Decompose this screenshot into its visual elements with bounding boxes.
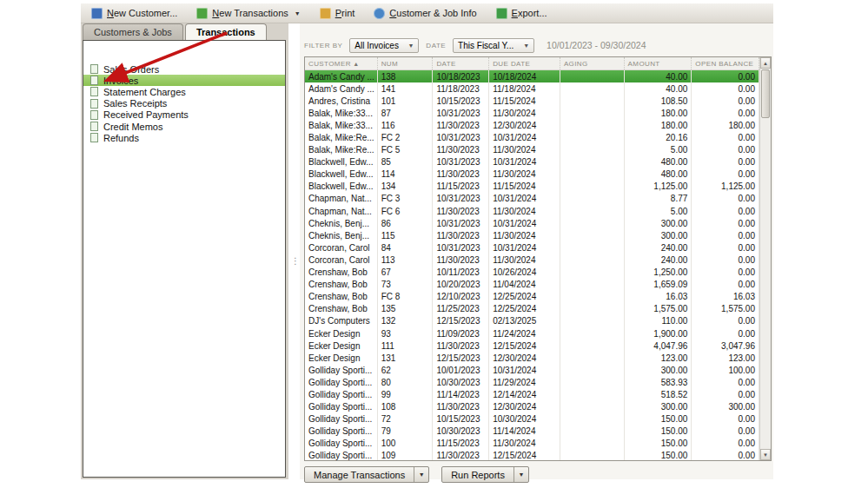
cell-due_date: 11/15/2024 [489, 95, 560, 107]
table-row[interactable]: Cheknis, Benj...11511/30/202311/30/20243… [305, 229, 759, 241]
table-row[interactable]: Blackwell, Edw...11411/30/202311/30/2024… [305, 168, 759, 181]
manage-transactions-button[interactable]: Manage Transactions▼ [304, 466, 429, 483]
new-customer-button[interactable]: New Customer... [86, 6, 182, 21]
table-row[interactable]: Golliday Sporti...10911/30/202312/15/202… [305, 450, 759, 460]
table-row[interactable]: Balak, Mike:33...8710/31/202311/30/20241… [305, 107, 759, 119]
cell-open_balance: 1,575.00 [692, 303, 759, 315]
sidebar-item-sales-receipts[interactable]: Sales Receipts [83, 98, 285, 109]
table-row[interactable]: Chapman, Nat...FC 310/31/202310/31/20248… [305, 193, 759, 205]
cell-open_balance: 0.00 [692, 156, 759, 168]
cell-amount: 150.00 [625, 450, 692, 460]
cell-date: 11/09/2023 [433, 327, 489, 340]
table-row[interactable]: Ecker Design13112/15/202312/30/2024123.0… [305, 352, 759, 364]
cell-aging [560, 107, 625, 119]
table-row[interactable]: Andres, Cristina10110/15/202311/15/20241… [305, 95, 759, 107]
cell-due_date: 11/15/2024 [489, 181, 560, 193]
cell-date: 10/30/2023 [433, 425, 489, 438]
cell-date: 11/30/2023 [433, 229, 489, 241]
table-row[interactable]: Cheknis, Benj...8610/31/202310/31/202430… [305, 217, 759, 229]
cell-customer: Blackwell, Edw... [305, 168, 378, 181]
scroll-up-button[interactable]: ▲ [760, 57, 771, 69]
column-header-date[interactable]: DATE [433, 57, 489, 69]
table-row[interactable]: DJ's Computers13212/15/202302/13/2025110… [305, 315, 759, 327]
table-row[interactable]: Crenshaw, Bob7310/20/202311/04/20241,659… [305, 279, 759, 291]
new-customer-icon [91, 8, 103, 19]
splitter-grip-icon[interactable]: ⋮ [291, 256, 300, 266]
vertical-scrollbar[interactable]: ▲ ▼ [759, 57, 771, 460]
table-row[interactable]: Golliday Sporti...9911/14/202312/14/2024… [305, 388, 759, 400]
table-row[interactable]: Crenshaw, BobFC 812/10/202312/25/202416.… [305, 291, 759, 303]
table-row[interactable]: Chapman, Nat...FC 611/30/202311/30/20245… [305, 205, 759, 217]
column-header-aging[interactable]: AGING [560, 57, 625, 69]
cell-date: 11/15/2023 [433, 438, 489, 450]
cell-due_date: 11/30/2024 [489, 205, 560, 217]
table-row[interactable]: Golliday Sporti...8010/30/202311/29/2024… [305, 376, 759, 388]
cell-due_date: 12/25/2024 [489, 303, 560, 315]
sidebar-item-credit-memos[interactable]: Credit Memos [83, 121, 285, 132]
table-row[interactable]: Blackwell, Edw...8510/31/202310/31/20244… [305, 156, 759, 168]
column-header-open_balance[interactable]: OPEN BALANCE [692, 57, 759, 69]
cell-aging [560, 303, 625, 315]
cell-num: FC 6 [378, 205, 434, 217]
table-row[interactable]: Adam's Candy ...14111/18/202311/18/20244… [305, 82, 759, 95]
chevron-down-icon[interactable]: ▼ [514, 467, 528, 482]
cell-date: 10/01/2023 [433, 364, 489, 376]
table-row[interactable]: Balak, Mike:33...11611/30/202312/30/2024… [305, 119, 759, 131]
column-header-customer[interactable]: CUSTOMER ▲ [305, 57, 378, 69]
filter-by-select[interactable]: All Invoices ▼ [349, 38, 419, 53]
cell-due_date: 12/30/2024 [489, 352, 560, 364]
table-row[interactable]: Golliday Sporti...10011/15/202311/30/202… [305, 438, 759, 450]
cell-open_balance: 100.00 [692, 364, 759, 376]
cell-aging [560, 70, 625, 82]
tab-customers-and-jobs[interactable]: Customers & Jobs [83, 23, 183, 40]
table-row[interactable]: Ecker Design11111/30/202312/15/20244,047… [305, 340, 759, 352]
cell-date: 10/30/2023 [433, 376, 489, 388]
cell-num: 134 [378, 181, 434, 193]
cell-amount: 1,125.00 [625, 181, 692, 193]
cell-amount: 1,659.09 [625, 279, 692, 291]
table-row[interactable]: Crenshaw, Bob6710/11/202310/26/20241,250… [305, 267, 759, 279]
table-row[interactable]: Corcoran, Carol11311/30/202311/30/202424… [305, 254, 759, 266]
cell-num: 62 [378, 364, 434, 376]
table-row[interactable]: Golliday Sporti...7210/15/202310/30/2024… [305, 413, 759, 425]
table-row[interactable]: Ecker Design9311/09/202311/24/20241,900.… [305, 327, 759, 340]
column-header-amount[interactable]: AMOUNT [625, 57, 692, 69]
cell-open_balance: 0.00 [692, 425, 759, 438]
tab-transactions[interactable]: Transactions [185, 23, 267, 40]
table-row[interactable]: Golliday Sporti...6210/01/202310/31/2024… [305, 364, 759, 376]
table-row[interactable]: Blackwell, Edw...13411/15/202311/15/2024… [305, 181, 759, 193]
table-row[interactable]: Golliday Sporti...7910/30/202311/14/2024… [305, 425, 759, 438]
cell-aging [560, 168, 625, 181]
sidebar-item-received-payments[interactable]: Received Payments [83, 109, 285, 121]
sidebar-item-statement-charges[interactable]: Statement Charges [83, 86, 285, 97]
table-row[interactable]: Crenshaw, Bob13511/25/202312/25/20241,57… [305, 303, 759, 315]
new-transactions-button[interactable]: New Transactions▼ [191, 6, 305, 21]
chevron-down-icon[interactable]: ▼ [414, 467, 428, 482]
scroll-down-button[interactable]: ▼ [760, 449, 771, 460]
scrollbar-thumb[interactable] [761, 69, 770, 118]
panel-splitter[interactable]: ⋮ [288, 23, 300, 479]
sidebar-item-sales-orders[interactable]: Sales Orders [83, 63, 285, 75]
table-row[interactable]: Corcoran, Carol8410/31/202310/31/2024240… [305, 241, 759, 254]
cell-customer: Balak, Mike:Re... [305, 144, 378, 156]
cell-num: 141 [378, 82, 434, 95]
cell-aging [560, 327, 625, 340]
sidebar-item-invoices[interactable]: Invoices [83, 75, 285, 86]
customer-job-info-button[interactable]: Customer & Job Info [368, 6, 481, 21]
column-header-num[interactable]: NUM [378, 57, 434, 69]
table-row[interactable]: Adam's Candy ...13810/18/202310/18/20244… [305, 70, 759, 82]
chevron-down-icon: ▼ [407, 43, 414, 49]
cell-due_date: 12/25/2024 [489, 291, 560, 303]
date-select[interactable]: This Fiscal Y... ▼ [453, 38, 534, 53]
document-icon [90, 122, 98, 131]
cell-aging [560, 156, 625, 168]
print-button[interactable]: Print [315, 6, 361, 21]
table-row[interactable]: Balak, Mike:Re...FC 210/31/202310/31/202… [305, 131, 759, 143]
cell-amount: 300.00 [625, 401, 692, 413]
export-button[interactable]: Export... [491, 6, 553, 21]
sidebar-item-refunds[interactable]: Refunds [83, 132, 285, 143]
table-row[interactable]: Balak, Mike:Re...FC 511/30/202311/30/202… [305, 144, 759, 156]
table-row[interactable]: Golliday Sporti...10811/30/202312/30/202… [305, 401, 759, 413]
run-reports-button[interactable]: Run Reports▼ [441, 466, 529, 483]
column-header-due_date[interactable]: DUE DATE [489, 57, 560, 69]
